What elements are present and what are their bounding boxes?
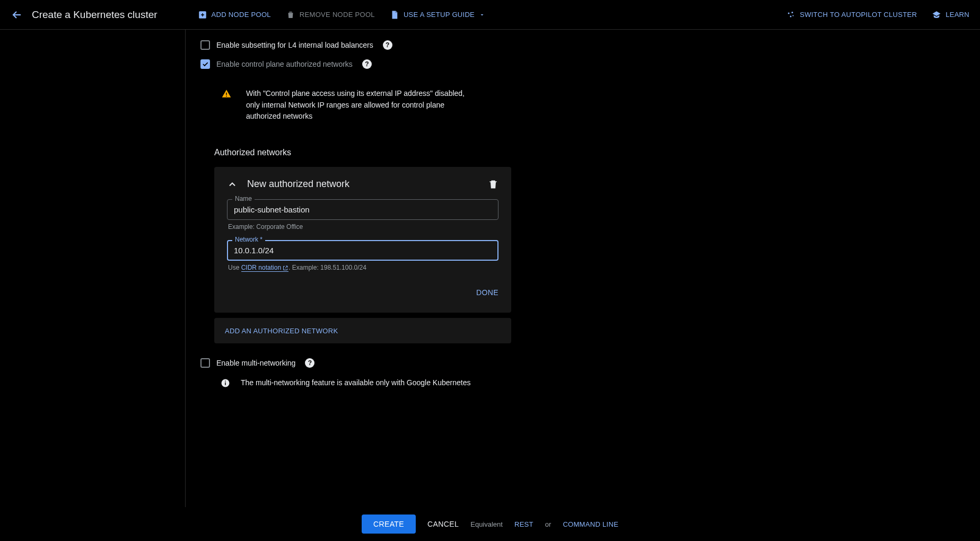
network-name-field: Name (227, 199, 498, 220)
left-sidebar (0, 30, 186, 507)
collapse-chevron-up-icon[interactable] (227, 179, 238, 190)
autopilot-icon (786, 10, 795, 20)
name-label: Name (232, 195, 255, 202)
warning-text: With "Control plane access using its ext… (246, 88, 469, 122)
multi-networking-checkbox[interactable] (200, 358, 210, 368)
create-button[interactable]: CREATE (362, 515, 416, 534)
top-toolbar: Create a Kubernetes cluster ADD NODE POO… (0, 0, 980, 30)
add-node-pool-button[interactable]: ADD NODE POOL (198, 10, 271, 20)
footer-bar: CREATE CANCEL Equivalent REST or COMMAND… (0, 507, 980, 541)
authorized-networks-label: Enable control plane authorized networks (216, 60, 353, 68)
network-name-input[interactable] (227, 199, 498, 220)
help-icon[interactable]: ? (383, 40, 392, 50)
svg-point-4 (793, 15, 794, 16)
l4-subsetting-label: Enable subsetting for L4 internal load b… (216, 41, 373, 49)
done-button[interactable]: DONE (476, 284, 498, 301)
chevron-down-icon (479, 12, 485, 18)
multi-networking-info-text: The multi-networking feature is availabl… (241, 377, 470, 389)
info-icon (221, 378, 230, 389)
remove-node-pool-button[interactable]: REMOVE NODE POOL (286, 10, 375, 20)
svg-rect-8 (225, 383, 226, 385)
authorized-networks-heading: Authorized networks (214, 148, 980, 157)
warning-callout: With "Control plane access using its ext… (200, 78, 497, 132)
or-label: or (545, 520, 552, 528)
authorized-network-card: New authorized network Name Example: Cor… (214, 167, 511, 313)
equivalent-label: Equivalent (470, 520, 503, 528)
network-label: Network * (232, 236, 265, 243)
network-cidr-input[interactable] (227, 240, 498, 261)
authorized-networks-checkbox[interactable] (200, 59, 210, 69)
multi-networking-label: Enable multi-networking (216, 359, 295, 367)
plus-box-icon (198, 10, 207, 20)
l4-subsetting-checkbox[interactable] (200, 40, 210, 50)
cidr-notation-link[interactable]: CIDR notation (241, 264, 288, 272)
network-hint: Use CIDR notation. Example: 198.51.100.0… (228, 264, 498, 271)
trash-icon (286, 10, 295, 20)
use-setup-guide-button[interactable]: USE A SETUP GUIDE (390, 10, 485, 20)
l4-subsetting-checkbox-row: Enable subsetting for L4 internal load b… (200, 40, 980, 50)
authorized-networks-checkbox-row: Enable control plane authorized networks… (200, 59, 980, 69)
help-icon[interactable]: ? (305, 358, 314, 368)
svg-point-3 (790, 15, 792, 17)
switch-autopilot-button[interactable]: SWITCH TO AUTOPILOT CLUSTER (786, 10, 917, 20)
back-arrow-icon[interactable] (11, 8, 23, 21)
svg-rect-6 (226, 96, 227, 97)
rest-link[interactable]: REST (514, 520, 533, 528)
learn-button[interactable]: LEARN (932, 10, 969, 20)
page-title: Create a Kubernetes cluster (32, 9, 158, 21)
external-link-icon (282, 265, 288, 271)
help-icon[interactable]: ? (362, 59, 372, 69)
svg-rect-5 (226, 93, 227, 95)
svg-point-1 (788, 12, 790, 14)
multi-networking-checkbox-row: Enable multi-networking ? (200, 358, 980, 368)
svg-point-2 (792, 12, 793, 13)
cancel-button[interactable]: CANCEL (427, 520, 459, 528)
graduation-cap-icon (932, 10, 941, 20)
name-hint: Example: Corporate Office (228, 223, 498, 230)
svg-rect-9 (225, 381, 226, 382)
network-cidr-field: Network * (227, 240, 498, 261)
multi-networking-info: The multi-networking feature is availabl… (221, 377, 980, 389)
warning-icon (222, 89, 231, 122)
add-authorized-network-bar: ADD AN AUTHORIZED NETWORK (214, 318, 511, 343)
command-line-link[interactable]: COMMAND LINE (563, 520, 618, 528)
card-title: New authorized network (247, 179, 478, 190)
add-authorized-network-button[interactable]: ADD AN AUTHORIZED NETWORK (225, 327, 338, 335)
document-icon (390, 10, 399, 20)
main-content: Enable subsetting for L4 internal load b… (186, 30, 980, 507)
delete-network-button[interactable] (488, 179, 498, 190)
